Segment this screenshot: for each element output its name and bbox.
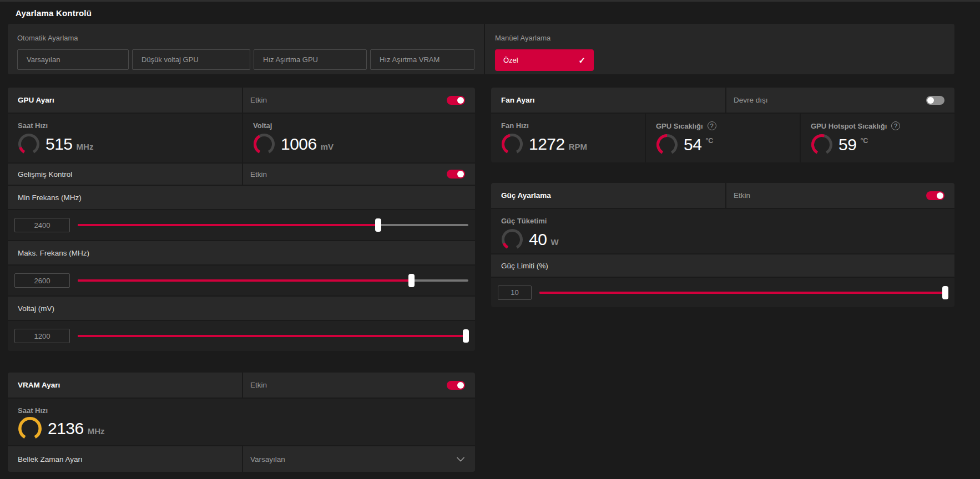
power-consumption-stat: Güç Tüketimi 40 W xyxy=(491,209,954,253)
help-icon[interactable]: ? xyxy=(891,121,900,130)
max-frequency-slider-row: 2600 xyxy=(8,264,475,295)
advanced-control-toggle[interactable] xyxy=(447,170,465,179)
gpu-temp-gauge xyxy=(656,134,678,156)
vram-tuning-toggle[interactable] xyxy=(447,381,465,390)
fan-tuning-toggle[interactable] xyxy=(926,96,944,105)
vram-panel-title: VRAM Ayarı xyxy=(18,381,60,389)
min-frequency-label: Min Frekans (MHz) xyxy=(18,193,82,202)
check-icon: ✓ xyxy=(578,55,585,65)
voltage-slider-thumb[interactable] xyxy=(463,329,469,343)
memory-timing-dropdown[interactable]: Varsayılan xyxy=(243,446,475,472)
vram-tuning-panel: VRAM Ayarı Etkin Saat Hızı 2136 MHz xyxy=(8,373,475,472)
manual-tuning-label: Manüel Ayarlama xyxy=(495,34,954,42)
auto-tuning-section: Otomatik Ayarlama Varsayılan Düşük volta… xyxy=(8,24,484,74)
memory-timing-value: Varsayılan xyxy=(250,455,285,463)
chevron-down-icon xyxy=(456,457,465,462)
power-tuning-panel: Güç Ayarlama Etkin Güç Tüketimi 40 W xyxy=(491,183,954,307)
gpu-hotspot-temp-gauge xyxy=(811,134,833,156)
gpu-clock-stat: Saat Hızı 515 MHz xyxy=(8,114,242,162)
custom-preset-button[interactable]: Özel ✓ xyxy=(495,49,594,71)
preset-overclock-vram-button[interactable]: Hız Aşırtma VRAM xyxy=(370,49,474,70)
voltage-slider-row: 1200 xyxy=(8,320,475,351)
min-frequency-slider-row: 2400 xyxy=(8,209,475,240)
min-frequency-slider[interactable] xyxy=(78,224,468,226)
power-limit-slider-thumb[interactable] xyxy=(942,286,948,299)
gpu-voltage-gauge xyxy=(253,133,275,155)
vram-status-label: Etkin xyxy=(250,381,267,389)
preset-overclock-gpu-button[interactable]: Hız Aşırtma GPU xyxy=(254,49,367,70)
min-frequency-slider-thumb[interactable] xyxy=(375,218,381,232)
fan-speed-stat: Fan Hızı 1272 RPM xyxy=(491,114,645,162)
gpu-clock-gauge xyxy=(18,133,40,155)
auto-tuning-label: Otomatik Ayarlama xyxy=(17,34,484,42)
help-icon[interactable]: ? xyxy=(708,121,716,130)
max-frequency-label: Maks. Frekans (MHz) xyxy=(18,249,89,257)
memory-timing-label: Bellek Zaman Ayarı xyxy=(18,455,83,463)
power-status-label: Etkin xyxy=(734,191,750,200)
gpu-panel-title: GPU Ayarı xyxy=(18,96,54,104)
custom-preset-label: Özel xyxy=(503,56,518,64)
gpu-voltage-stat: Voltaj 1006 mV xyxy=(243,114,475,162)
max-frequency-slider[interactable] xyxy=(78,279,468,282)
power-panel-title: Güç Ayarlama xyxy=(501,191,551,200)
power-consumption-gauge xyxy=(501,228,523,251)
voltage-label: Voltaj (mV) xyxy=(18,304,54,313)
fan-panel-title: Fan Ayarı xyxy=(501,96,535,104)
max-frequency-input[interactable]: 2600 xyxy=(14,273,70,288)
voltage-slider[interactable] xyxy=(78,335,468,337)
preset-undervolt-gpu-button[interactable]: Düşük voltaj GPU xyxy=(132,49,250,70)
gpu-temp-stat: GPU Sıcaklığı ? 54 °C xyxy=(645,114,800,162)
advanced-control-label: Gelişmiş Kontrol xyxy=(18,170,72,179)
gpu-hotspot-temp-stat: GPU Hotspot Sıcaklığı ? 59 °C xyxy=(800,114,954,162)
fan-speed-gauge xyxy=(501,133,523,155)
preset-default-button[interactable]: Varsayılan xyxy=(17,49,129,70)
min-frequency-input[interactable]: 2400 xyxy=(14,218,70,232)
gpu-status-label: Etkin xyxy=(250,96,267,104)
advanced-control-status: Etkin xyxy=(250,170,267,179)
vram-clock-gauge xyxy=(18,416,42,441)
page-header: Ayarlama Kontrolü xyxy=(0,2,980,24)
gpu-tuning-panel: GPU Ayarı Etkin Saat Hızı 515 MHz xyxy=(8,88,475,351)
voltage-input[interactable]: 1200 xyxy=(14,329,70,343)
gpu-tuning-toggle[interactable] xyxy=(447,96,465,105)
manual-tuning-section: Manüel Ayarlama Özel ✓ xyxy=(485,24,954,74)
fan-status-label: Devre dışı xyxy=(734,96,768,104)
vram-clock-stat: Saat Hızı 2136 MHz xyxy=(8,399,475,445)
page-title: Ayarlama Kontrolü xyxy=(16,8,92,18)
max-frequency-slider-thumb[interactable] xyxy=(408,274,415,287)
power-tuning-toggle[interactable] xyxy=(926,191,944,200)
power-limit-slider[interactable] xyxy=(539,292,948,294)
fan-tuning-panel: Fan Ayarı Devre dışı Fan Hızı 1272 RPM xyxy=(491,88,954,162)
tuning-preset-panel: Otomatik Ayarlama Varsayılan Düşük volta… xyxy=(8,24,954,74)
power-limit-label: Güç Limiti (%) xyxy=(501,262,548,270)
power-limit-input[interactable]: 10 xyxy=(498,286,532,300)
power-limit-slider-row: 10 xyxy=(491,277,954,307)
